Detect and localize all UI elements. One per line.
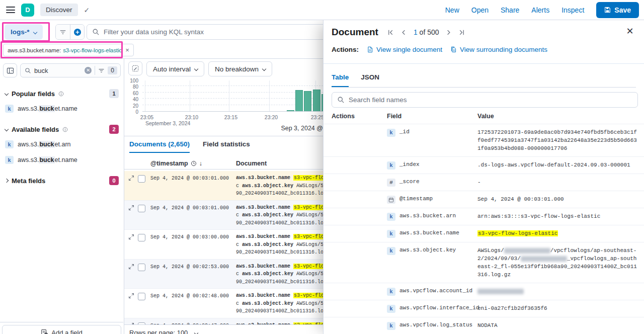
section-header[interactable]: Available fields 2 xyxy=(4,123,120,136)
histogram-bar[interactable] xyxy=(295,90,303,111)
table-row[interactable]: Sep 4, 2024 @ 00:03:00.000 aws.s3.bucket… xyxy=(124,230,323,260)
remove-filter-icon[interactable]: × xyxy=(125,46,129,54)
kql-search-input[interactable]: Filter your data using KQL syntax xyxy=(87,24,323,40)
sort-desc-icon[interactable]: ↓ xyxy=(199,160,202,167)
section-label: Meta fields xyxy=(12,177,45,185)
keyword-type-icon: k xyxy=(387,322,395,330)
collapse-sidebar-button[interactable] xyxy=(3,63,17,77)
y-tick-label: 80 xyxy=(133,84,138,90)
menu-icon[interactable] xyxy=(6,7,15,13)
sidebar-sections: Popular fields 1 k aws.s3.bucket.name Av… xyxy=(0,82,124,189)
nav-share[interactable]: Share xyxy=(501,6,519,14)
tab-json[interactable]: JSON xyxy=(361,73,379,87)
field-search-input[interactable]: buck ✕ 0 xyxy=(20,63,121,77)
calendar-icon xyxy=(387,196,395,204)
redacted-value xyxy=(504,248,550,254)
table-row[interactable]: Sep 4, 2024 @ 00:03:01.000 aws.s3.bucket… xyxy=(124,201,323,230)
tab-field-statistics[interactable]: Field statistics xyxy=(203,140,250,153)
x-tick-label: 23:10 xyxy=(185,114,198,120)
section-header[interactable]: Meta fields 0 xyxy=(4,174,120,187)
field-value: 1725372201073-69a9de8ac0b7d934e740fbd5fb… xyxy=(477,128,637,152)
edit-visualization-button[interactable] xyxy=(128,61,142,75)
document-pager: 1 of 500 xyxy=(385,27,467,38)
field-row[interactable]: k_index .ds-logs-aws.vpcflow-default-202… xyxy=(324,156,644,174)
histogram-bar[interactable] xyxy=(304,91,311,111)
field-list-item[interactable]: k aws.s3.bucket.name xyxy=(4,102,120,116)
space-avatar[interactable]: D xyxy=(21,4,34,17)
expand-document-icon[interactable] xyxy=(128,234,134,240)
histogram-bar[interactable] xyxy=(313,90,320,111)
row-actions xyxy=(332,178,387,187)
last-page-icon[interactable] xyxy=(456,27,467,38)
field-row[interactable]: kaws.s3.bucket.arn arn:aws:s3:::s3-vpc-f… xyxy=(324,208,644,225)
nav-inspect[interactable]: Inspect xyxy=(561,6,584,14)
actions-label: Actions: xyxy=(332,46,359,53)
filter-icon[interactable] xyxy=(98,67,105,74)
filter-menu-button[interactable] xyxy=(56,25,70,39)
field-row[interactable]: kaws.vpcflow.log_status NODATA xyxy=(324,317,644,334)
table-row[interactable]: Sep 4, 2024 @ 00:02:47.000 aws.s3.bucket… xyxy=(124,318,323,325)
row-actions xyxy=(332,304,387,313)
histogram-bar[interactable] xyxy=(287,110,294,111)
row-document-preview: aws.s3.bucket.name s3-vpc-flow-logs-elas… xyxy=(236,174,323,198)
row-checkbox[interactable] xyxy=(138,293,145,300)
data-view-picker[interactable]: logs-* xyxy=(5,24,43,40)
interval-dropdown[interactable]: Auto interval xyxy=(146,61,204,76)
section-header[interactable]: Popular fields 1 xyxy=(4,87,120,100)
nav-open[interactable]: Open xyxy=(471,6,489,14)
redacted-value xyxy=(477,289,524,294)
histogram-chart[interactable]: 020406080100 23:0523:1023:1523:2023:25 S… xyxy=(124,79,323,124)
nav-new[interactable]: New xyxy=(445,6,459,14)
field-row[interactable]: kaws.vpcflow.interface_id eni-0a27cf1b2d… xyxy=(324,300,644,317)
view-single-document-link[interactable]: View single document xyxy=(367,46,442,53)
timestamp-column-header[interactable]: @timestamp ↓ xyxy=(150,160,236,167)
row-checkbox[interactable] xyxy=(138,175,145,183)
field-list-item[interactable]: k aws.s3.bucket.arn xyxy=(4,137,120,151)
prev-page-icon[interactable] xyxy=(398,27,410,38)
add-filter-button[interactable] xyxy=(70,25,84,39)
table-row[interactable]: Sep 4, 2024 @ 00:03:01.000 aws.s3.bucket… xyxy=(124,171,323,201)
close-icon[interactable]: ✕ xyxy=(624,25,636,37)
table-row[interactable]: Sep 4, 2024 @ 00:02:53.000 aws.s3.bucket… xyxy=(124,260,323,289)
field-value: arn:aws:s3:::s3-vpc-flow-logs-elastic xyxy=(477,212,637,221)
save-button[interactable]: Save xyxy=(596,2,639,18)
expand-document-icon[interactable] xyxy=(128,293,134,299)
field-list-item[interactable]: k aws.s3.bucket.name xyxy=(4,153,120,167)
expand-document-icon[interactable] xyxy=(128,264,134,270)
y-tick-label: 20 xyxy=(133,103,138,108)
add-field-button[interactable]: Add a field xyxy=(2,325,121,334)
nav-alerts[interactable]: Alerts xyxy=(531,6,549,14)
field-row[interactable]: #_score - xyxy=(324,174,644,191)
clear-search-icon[interactable]: ✕ xyxy=(85,67,92,74)
field-value: .ds-logs-aws.vpcflow-default-2024.09.03-… xyxy=(477,161,637,170)
filter-pill[interactable]: aws.s3.bucket.name: s3-vpc-flow-logs-ela… xyxy=(3,44,134,56)
field-row[interactable]: kaws.s3.bucket.name s3-vpc-flow-logs-ela… xyxy=(324,225,644,242)
field-name: aws.vpcflow.account_id xyxy=(399,288,472,294)
field-value: - xyxy=(477,178,637,187)
expand-document-icon[interactable] xyxy=(128,175,134,181)
first-page-icon[interactable] xyxy=(385,27,396,38)
table-row[interactable]: Sep 4, 2024 @ 00:02:48.000 aws.s3.bucket… xyxy=(124,289,323,318)
field-name: aws.s3.bucket.name xyxy=(18,156,77,163)
field-row[interactable]: @timestamp Sep 4, 2024 @ 00:03:01.000 xyxy=(324,191,644,208)
collapse-panel-icon xyxy=(7,67,14,74)
field-row[interactable]: kaws.vpcflow.account_id xyxy=(324,283,644,300)
breakdown-dropdown[interactable]: No breakdown xyxy=(208,61,272,76)
field-row[interactable]: k_id 1725372201073-69a9de8ac0b7d934e740f… xyxy=(324,124,644,156)
tab-table[interactable]: Table xyxy=(332,73,349,87)
chevron-down-icon xyxy=(262,67,266,71)
field-row[interactable]: kaws.s3.object.key AWSLogs//vpcflowlogs/… xyxy=(324,242,644,283)
x-tick-label: 23:05 xyxy=(140,114,153,120)
x-tick-label: 23:15 xyxy=(224,114,237,120)
row-checkbox[interactable] xyxy=(138,264,145,271)
row-checkbox[interactable] xyxy=(138,234,145,241)
expand-document-icon[interactable] xyxy=(128,205,134,211)
row-checkbox[interactable] xyxy=(138,205,145,212)
tab-documents[interactable]: Documents (2,650) xyxy=(129,140,190,153)
rows-per-page[interactable]: Rows per page: 100 xyxy=(124,324,323,334)
next-page-icon[interactable] xyxy=(443,27,454,38)
view-surrounding-documents-link[interactable]: View surrounding documents xyxy=(450,46,547,53)
document-icon xyxy=(367,46,373,53)
field-name-search-input[interactable]: Search field names xyxy=(332,92,638,108)
breadcrumb[interactable]: Discover xyxy=(40,4,78,16)
